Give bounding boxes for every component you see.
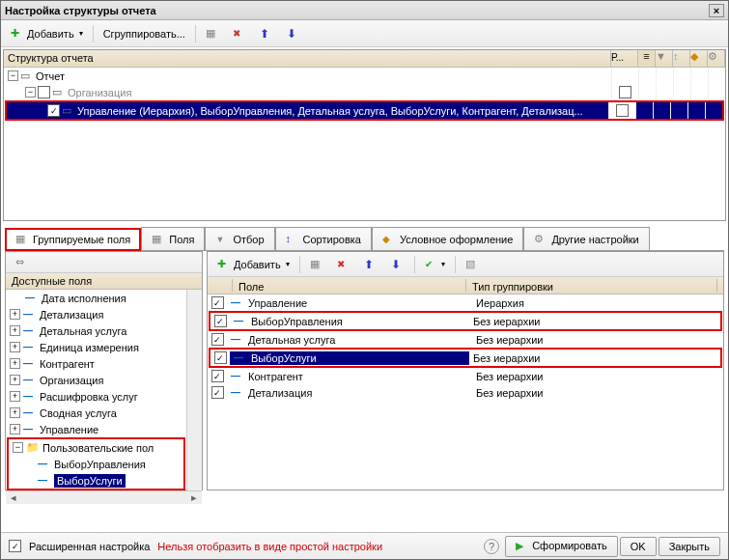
add-button[interactable]: Добавить▾: [5, 23, 89, 44]
checkbox[interactable]: ✓: [211, 386, 224, 399]
user-field-item[interactable]: ВыборУправления: [9, 456, 183, 472]
arrow-up-icon: [260, 27, 273, 41]
grouped-field-row[interactable]: ✓УправлениеИерархия: [208, 294, 723, 311]
sort-icon: [286, 233, 299, 246]
r-btn-del[interactable]: [331, 254, 356, 275]
checkbox[interactable]: ✓: [47, 104, 60, 117]
user-fields-folder[interactable]: −Пользовательские пол: [9, 439, 183, 456]
checkbox[interactable]: ✓: [214, 315, 227, 327]
grid-icon: [206, 27, 219, 41]
tab-cond[interactable]: Условное оформление: [372, 227, 523, 250]
field-icon: [231, 370, 244, 383]
move-down-button[interactable]: [281, 23, 306, 44]
warn-label: Нельзя отобразить в виде простой настрой…: [157, 541, 382, 552]
checkbox[interactable]: ✓: [214, 351, 227, 364]
expand-icon[interactable]: +: [10, 358, 20, 369]
field-icon: [231, 296, 244, 310]
field-icon: [23, 390, 37, 404]
checkbox[interactable]: [619, 86, 631, 98]
tree-root-row[interactable]: − Отчет: [4, 68, 725, 84]
avail-item[interactable]: +Детализация: [6, 306, 186, 322]
col-ico-2[interactable]: ▼: [656, 50, 673, 67]
tab-group-fields[interactable]: Группируемые поля: [5, 228, 141, 251]
help-button[interactable]: ?: [484, 539, 499, 554]
ok-button[interactable]: OK: [620, 537, 657, 556]
form-button[interactable]: Сформировать: [505, 536, 618, 557]
col-ico-1[interactable]: ≡: [638, 50, 656, 67]
delete-button[interactable]: [227, 23, 252, 44]
grouped-field-row[interactable]: ✓КонтрагентБез иерархии: [208, 368, 723, 384]
avail-item[interactable]: +Сводная услуга: [6, 405, 186, 421]
add-field-button[interactable]: Добавить▾: [211, 254, 295, 275]
r-btn-down[interactable]: [385, 254, 410, 275]
avail-item[interactable]: Дата исполнения: [6, 290, 186, 306]
group-button[interactable]: Сгруппировать...: [98, 23, 191, 44]
checkbox[interactable]: ✓: [211, 333, 224, 346]
checkbox[interactable]: ✓: [211, 370, 224, 382]
grid-icon: [15, 233, 29, 246]
selected-fields-panel: Добавить▾ ▾ ▧ Поле Тип группировки ✓Упра…: [207, 251, 724, 490]
grouped-field-row[interactable]: ✓ВыборУслугиБез иерархии: [210, 350, 720, 366]
avail-item[interactable]: +Детальная услуга: [6, 322, 186, 339]
avail-header: Доступные поля: [6, 273, 202, 290]
tree-row-selected[interactable]: ✓ Управление (Иерархия), ВыборУправления…: [7, 102, 722, 119]
grouped-field-row[interactable]: ✓Детальная услугаБез иерархии: [208, 331, 723, 348]
field-icon: [23, 406, 37, 420]
avail-list[interactable]: Дата исполнения+Детализация+Детальная ус…: [6, 290, 186, 490]
expand-icon[interactable]: −: [13, 442, 23, 453]
avail-item[interactable]: +Управление: [6, 421, 186, 437]
grouped-field-row[interactable]: ✓ВыборУправленияБез иерархии: [210, 313, 720, 329]
checkbox[interactable]: [616, 104, 629, 117]
tab-filter[interactable]: Отбор: [205, 227, 274, 250]
r-btn-extra[interactable]: ▧: [460, 254, 481, 275]
expand-icon[interactable]: −: [25, 87, 36, 98]
h-scrollbar[interactable]: ◂▸: [6, 490, 202, 504]
tab-sort[interactable]: Сортировка: [275, 227, 372, 250]
avail-item[interactable]: +Единица измерения: [6, 339, 186, 355]
checkbox[interactable]: [38, 86, 50, 98]
avail-item[interactable]: +Контрагент: [6, 355, 186, 372]
col-ico-3[interactable]: ↕: [673, 50, 690, 67]
adv-checkbox[interactable]: ✓: [9, 540, 21, 552]
avail-item[interactable]: +Организация: [6, 372, 186, 388]
cond-icon: [382, 233, 396, 246]
expand-icon[interactable]: +: [10, 375, 20, 385]
icon-btn-1[interactable]: [200, 23, 225, 44]
avail-item[interactable]: +Расшифровка услуг: [6, 388, 186, 405]
expand-icon[interactable]: +: [10, 342, 20, 352]
close-button[interactable]: ×: [709, 4, 724, 17]
r-btn-up[interactable]: [358, 254, 383, 275]
field-icon: [38, 458, 51, 471]
tab-other[interactable]: Другие настройки: [523, 227, 649, 250]
field-icon: [23, 341, 37, 354]
report-icon: [20, 70, 34, 83]
scrollbar[interactable]: [186, 290, 202, 490]
tab-fields[interactable]: Поля: [141, 227, 205, 250]
field-icon: [234, 351, 247, 365]
expand-btn[interactable]: [10, 252, 35, 273]
close-footer-button[interactable]: Закрыть: [659, 537, 720, 556]
add-icon: [11, 27, 24, 41]
field-icon: [234, 315, 247, 328]
col-ico-5[interactable]: ⚙: [708, 50, 725, 67]
filter-icon: [215, 233, 229, 246]
expand-icon[interactable]: +: [10, 325, 20, 336]
r-btn-check[interactable]: ▾: [419, 254, 451, 275]
grouped-field-row[interactable]: ✓ДетализацияБез иерархии: [208, 384, 723, 401]
right-list[interactable]: ✓УправлениеИерархия✓ВыборУправленияБез и…: [208, 294, 723, 490]
expand-icon[interactable]: +: [10, 424, 20, 434]
checkbox[interactable]: ✓: [211, 296, 224, 309]
col-ico-4[interactable]: ◆: [690, 50, 708, 67]
expand-icon[interactable]: −: [8, 70, 18, 81]
r-btn-1[interactable]: [304, 254, 329, 275]
col-type: Тип группировки: [466, 279, 717, 292]
arrow-up-icon: [364, 258, 378, 271]
expand-icon[interactable]: +: [10, 407, 20, 418]
expand-icon[interactable]: +: [10, 309, 20, 320]
tree-row-org[interactable]: − Организация: [4, 84, 725, 100]
folder-icon: [26, 441, 40, 455]
arrow-down-icon: [287, 27, 300, 41]
expand-icon[interactable]: +: [10, 391, 20, 402]
move-up-button[interactable]: [254, 23, 279, 44]
user-field-item-selected[interactable]: ВыборУслуги: [9, 472, 183, 489]
